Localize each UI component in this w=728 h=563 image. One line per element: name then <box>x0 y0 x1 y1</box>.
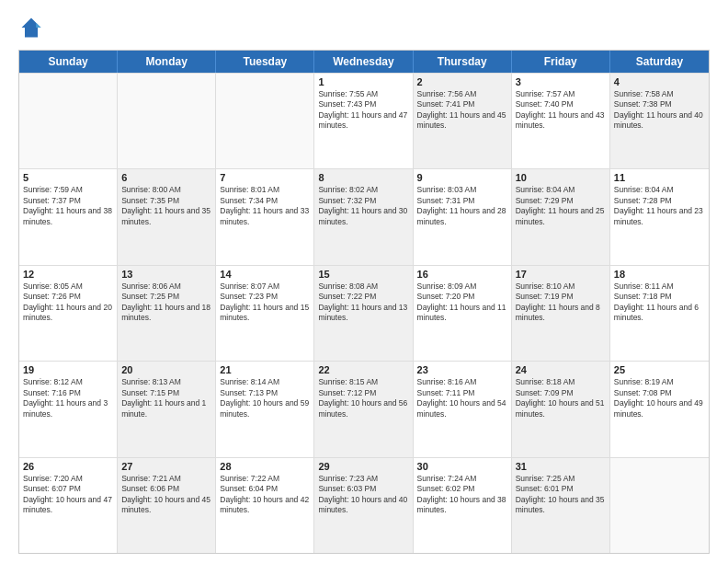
sunset-text: Sunset: 7:41 PM <box>417 99 507 109</box>
daylight-text: Daylight: 10 hours and 40 minutes. <box>318 495 408 516</box>
day-number: 1 <box>318 76 408 87</box>
sunset-text: Sunset: 7:37 PM <box>23 196 113 206</box>
daylight-text: Daylight: 10 hours and 51 minutes. <box>516 398 606 419</box>
calendar-cell: 26Sunrise: 7:20 AMSunset: 6:07 PMDayligh… <box>19 458 118 553</box>
calendar-cell: 22Sunrise: 8:15 AMSunset: 7:12 PMDayligh… <box>314 362 413 456</box>
calendar-cell <box>216 74 314 168</box>
calendar-header-row: SundayMondayTuesdayWednesdayThursdayFrid… <box>19 51 709 73</box>
sunrise-text: Sunrise: 7:58 AM <box>614 89 705 99</box>
daylight-text: Daylight: 10 hours and 49 minutes. <box>614 398 705 419</box>
sunset-text: Sunset: 6:04 PM <box>220 484 310 494</box>
daylight-text: Daylight: 11 hours and 30 minutes. <box>318 206 408 227</box>
calendar-cell: 3Sunrise: 7:57 AMSunset: 7:40 PMDaylight… <box>512 74 610 168</box>
calendar-cell: 20Sunrise: 8:13 AMSunset: 7:15 PMDayligh… <box>118 362 216 456</box>
day-number: 19 <box>23 364 113 375</box>
daylight-text: Daylight: 11 hours and 11 minutes. <box>417 303 507 324</box>
calendar-cell: 8Sunrise: 8:02 AMSunset: 7:32 PMDaylight… <box>314 169 413 264</box>
page: SundayMondayTuesdayWednesdayThursdayFrid… <box>0 0 728 563</box>
calendar-cell: 25Sunrise: 8:19 AMSunset: 7:08 PMDayligh… <box>610 362 709 456</box>
day-number: 13 <box>121 269 211 280</box>
calendar-cell: 5Sunrise: 7:59 AMSunset: 7:37 PMDaylight… <box>19 169 118 264</box>
calendar-body: 1Sunrise: 7:55 AMSunset: 7:43 PMDaylight… <box>19 73 709 553</box>
header-day-monday: Monday <box>118 51 216 73</box>
daylight-text: Daylight: 11 hours and 1 minute. <box>121 398 211 419</box>
day-number: 30 <box>417 461 507 472</box>
calendar-cell <box>118 74 216 168</box>
calendar-cell: 14Sunrise: 8:07 AMSunset: 7:23 PMDayligh… <box>216 266 314 361</box>
sunrise-text: Sunrise: 7:23 AM <box>318 474 408 484</box>
header-day-wednesday: Wednesday <box>314 51 413 73</box>
calendar-week-3: 12Sunrise: 8:05 AMSunset: 7:26 PMDayligh… <box>19 265 709 361</box>
sunset-text: Sunset: 7:34 PM <box>220 196 310 206</box>
sunset-text: Sunset: 7:11 PM <box>417 388 507 398</box>
sunrise-text: Sunrise: 7:22 AM <box>220 474 310 484</box>
calendar-cell: 31Sunrise: 7:25 AMSunset: 6:01 PMDayligh… <box>512 458 610 553</box>
sunset-text: Sunset: 7:32 PM <box>318 196 408 206</box>
sunrise-text: Sunrise: 7:57 AM <box>516 89 606 99</box>
sunset-text: Sunset: 7:20 PM <box>417 292 507 302</box>
daylight-text: Daylight: 11 hours and 35 minutes. <box>121 206 211 227</box>
daylight-text: Daylight: 10 hours and 42 minutes. <box>220 495 310 516</box>
calendar-cell: 9Sunrise: 8:03 AMSunset: 7:31 PMDaylight… <box>414 169 512 264</box>
sunset-text: Sunset: 7:19 PM <box>516 292 606 302</box>
calendar-cell: 19Sunrise: 8:12 AMSunset: 7:16 PMDayligh… <box>19 362 118 456</box>
sunset-text: Sunset: 6:06 PM <box>121 484 211 494</box>
day-number: 18 <box>614 269 705 280</box>
calendar-cell: 6Sunrise: 8:00 AMSunset: 7:35 PMDaylight… <box>118 169 216 264</box>
header-day-sunday: Sunday <box>19 51 118 73</box>
calendar-cell: 4Sunrise: 7:58 AMSunset: 7:38 PMDaylight… <box>610 74 709 168</box>
day-number: 4 <box>614 76 705 87</box>
day-number: 22 <box>318 364 408 375</box>
sunrise-text: Sunrise: 7:56 AM <box>417 89 507 99</box>
daylight-text: Daylight: 11 hours and 33 minutes. <box>220 206 310 227</box>
daylight-text: Daylight: 11 hours and 25 minutes. <box>516 206 606 227</box>
day-number: 2 <box>417 76 507 87</box>
daylight-text: Daylight: 11 hours and 23 minutes. <box>614 206 705 227</box>
calendar-cell: 11Sunrise: 8:04 AMSunset: 7:28 PMDayligh… <box>610 169 709 264</box>
sunrise-text: Sunrise: 8:05 AM <box>23 282 113 292</box>
daylight-text: Daylight: 10 hours and 45 minutes. <box>121 495 211 516</box>
day-number: 8 <box>318 172 408 183</box>
sunset-text: Sunset: 7:40 PM <box>516 99 606 109</box>
day-number: 12 <box>23 269 113 280</box>
sunrise-text: Sunrise: 8:11 AM <box>614 282 705 292</box>
sunrise-text: Sunrise: 8:04 AM <box>516 185 606 195</box>
calendar-cell <box>19 74 118 168</box>
sunrise-text: Sunrise: 8:16 AM <box>417 377 507 387</box>
day-number: 10 <box>516 172 606 183</box>
day-number: 5 <box>23 172 113 183</box>
header-day-friday: Friday <box>512 51 610 73</box>
sunrise-text: Sunrise: 7:24 AM <box>417 474 507 484</box>
daylight-text: Daylight: 10 hours and 35 minutes. <box>516 495 606 516</box>
calendar-cell: 16Sunrise: 8:09 AMSunset: 7:20 PMDayligh… <box>414 266 512 361</box>
daylight-text: Daylight: 11 hours and 40 minutes. <box>614 110 705 132</box>
day-number: 26 <box>23 461 113 472</box>
sunrise-text: Sunrise: 8:00 AM <box>121 185 211 195</box>
header <box>18 15 710 40</box>
day-number: 9 <box>417 172 507 183</box>
day-number: 31 <box>516 461 606 472</box>
sunrise-text: Sunrise: 8:19 AM <box>614 377 705 387</box>
daylight-text: Daylight: 10 hours and 38 minutes. <box>417 495 507 516</box>
daylight-text: Daylight: 10 hours and 54 minutes. <box>417 398 507 419</box>
day-number: 15 <box>318 269 408 280</box>
sunrise-text: Sunrise: 8:06 AM <box>121 282 211 292</box>
calendar-cell: 29Sunrise: 7:23 AMSunset: 6:03 PMDayligh… <box>314 458 413 553</box>
sunrise-text: Sunrise: 8:15 AM <box>318 377 408 387</box>
sunrise-text: Sunrise: 8:01 AM <box>220 185 310 195</box>
header-day-thursday: Thursday <box>414 51 512 73</box>
calendar-cell: 2Sunrise: 7:56 AMSunset: 7:41 PMDaylight… <box>414 74 512 168</box>
sunset-text: Sunset: 7:43 PM <box>318 99 408 109</box>
sunset-text: Sunset: 7:22 PM <box>318 292 408 302</box>
calendar-cell: 15Sunrise: 8:08 AMSunset: 7:22 PMDayligh… <box>314 266 413 361</box>
sunset-text: Sunset: 7:09 PM <box>516 388 606 398</box>
daylight-text: Daylight: 11 hours and 13 minutes. <box>318 303 408 324</box>
sunrise-text: Sunrise: 8:18 AM <box>516 377 606 387</box>
day-number: 11 <box>614 172 705 183</box>
sunrise-text: Sunrise: 7:55 AM <box>318 89 408 99</box>
sunset-text: Sunset: 7:26 PM <box>23 292 113 302</box>
day-number: 17 <box>516 269 606 280</box>
sunrise-text: Sunrise: 8:12 AM <box>23 377 113 387</box>
calendar-cell: 23Sunrise: 8:16 AMSunset: 7:11 PMDayligh… <box>414 362 512 456</box>
sunset-text: Sunset: 7:08 PM <box>614 388 705 398</box>
